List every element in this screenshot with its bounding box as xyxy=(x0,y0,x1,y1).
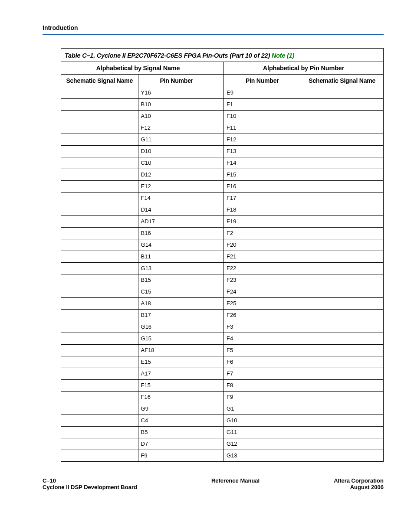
cell-pin-left: Y16 xyxy=(138,87,216,98)
cell-schematic-left xyxy=(61,298,138,309)
cell-pin-right: F9 xyxy=(224,392,301,403)
cell-pin-right: F8 xyxy=(224,380,301,391)
cell-schematic-right xyxy=(301,380,383,391)
cell-pin-left: D12 xyxy=(138,169,216,180)
table-row: Y16E9 xyxy=(61,87,383,99)
cell-schematic-right xyxy=(301,111,383,122)
cell-schematic-right xyxy=(301,169,383,180)
table-group-header-row: Alphabetical by Signal Name Alphabetical… xyxy=(61,62,383,75)
cell-gap xyxy=(215,310,224,321)
cell-pin-right: F4 xyxy=(224,333,301,344)
cell-pin-right: F23 xyxy=(224,274,301,286)
cell-gap xyxy=(215,146,224,157)
cell-pin-left: B15 xyxy=(138,274,216,286)
footer-right-top: Altera Corporation xyxy=(334,477,384,484)
cell-pin-right: F19 xyxy=(224,216,301,227)
cell-schematic-left xyxy=(61,251,138,262)
cell-pin-right: F7 xyxy=(224,368,301,379)
cell-pin-left: F15 xyxy=(138,380,216,391)
cell-schematic-right xyxy=(301,263,383,274)
cell-gap xyxy=(215,239,224,251)
table-row: C15F24 xyxy=(61,286,383,298)
table-row: B16F2 xyxy=(61,228,383,239)
table-row: B5G11 xyxy=(61,427,383,438)
cell-pin-right: F24 xyxy=(224,286,301,297)
footer-center: Reference Manual xyxy=(211,477,260,490)
cell-gap xyxy=(215,286,224,297)
cell-pin-left: C4 xyxy=(138,415,216,426)
cell-pin-left: D14 xyxy=(138,204,216,215)
cell-gap xyxy=(215,403,224,415)
cell-pin-left: A18 xyxy=(138,298,216,309)
cell-schematic-left xyxy=(61,87,138,98)
cell-pin-right: F2 xyxy=(224,228,301,239)
cell-schematic-right xyxy=(301,239,383,251)
table-row: AF18F5 xyxy=(61,345,383,356)
cell-schematic-right xyxy=(301,321,383,333)
table-row: G13F22 xyxy=(61,263,383,274)
cell-gap xyxy=(215,263,224,274)
table-row: B17F26 xyxy=(61,310,383,321)
cell-schematic-right xyxy=(301,193,383,204)
cell-schematic-right xyxy=(301,99,383,110)
cell-schematic-right xyxy=(301,274,383,286)
table-row: E15F6 xyxy=(61,356,383,368)
cell-pin-left: A10 xyxy=(138,111,216,122)
table-row: F16F9 xyxy=(61,392,383,403)
header-rule xyxy=(43,34,384,35)
table-caption-note-link[interactable]: Note (1) xyxy=(272,52,294,59)
table-row: G15F4 xyxy=(61,333,383,345)
cell-pin-right: F17 xyxy=(224,193,301,204)
cell-schematic-left xyxy=(61,111,138,122)
cell-pin-right: F13 xyxy=(224,146,301,157)
table-body: Y16E9B10F1A10F10F12F11G11F12D10F13C10F14… xyxy=(61,87,383,461)
cell-pin-left: D7 xyxy=(138,438,216,450)
cell-schematic-left xyxy=(61,204,138,215)
cell-schematic-right xyxy=(301,286,383,297)
cell-schematic-left xyxy=(61,427,138,438)
cell-pin-left: AD17 xyxy=(138,216,216,227)
table-row: AD17F19 xyxy=(61,216,383,228)
cell-schematic-right xyxy=(301,181,383,192)
footer-right: Altera Corporation August 2006 xyxy=(334,477,384,490)
table-row: B10F1 xyxy=(61,99,383,111)
page-header-section: Introduction xyxy=(43,24,384,31)
table-row: F14F17 xyxy=(61,193,383,204)
footer-left-sub: Cyclone II DSP Development Board xyxy=(43,484,137,490)
cell-schematic-right xyxy=(301,392,383,403)
cell-schematic-left xyxy=(61,392,138,403)
page-footer: C–10 Cyclone II DSP Development Board Re… xyxy=(43,477,384,490)
cell-pin-left: F9 xyxy=(138,450,216,461)
cell-pin-right: F6 xyxy=(224,356,301,368)
cell-pin-left: B5 xyxy=(138,427,216,438)
cell-pin-left: F16 xyxy=(138,392,216,403)
table-row: E12F16 xyxy=(61,181,383,193)
table-row: D12F15 xyxy=(61,169,383,181)
cell-schematic-right xyxy=(301,356,383,368)
cell-schematic-left xyxy=(61,146,138,157)
cell-gap xyxy=(215,204,224,215)
cell-schematic-right xyxy=(301,228,383,239)
cell-schematic-right xyxy=(301,216,383,227)
cell-schematic-left xyxy=(61,193,138,204)
cell-pin-right: G11 xyxy=(224,427,301,438)
table-row: G9G1 xyxy=(61,403,383,415)
cell-schematic-left xyxy=(61,263,138,274)
cell-pin-left: G11 xyxy=(138,134,216,145)
table-row: F15F8 xyxy=(61,380,383,392)
cell-schematic-right xyxy=(301,87,383,98)
cell-gap xyxy=(215,134,224,145)
table-row: B11F21 xyxy=(61,251,383,263)
cell-schematic-right xyxy=(301,298,383,309)
cell-schematic-left xyxy=(61,181,138,192)
cell-pin-right: F26 xyxy=(224,310,301,321)
cell-schematic-right xyxy=(301,450,383,461)
cell-pin-left: E15 xyxy=(138,356,216,368)
cell-gap xyxy=(215,298,224,309)
cell-pin-right: F14 xyxy=(224,157,301,169)
cell-schematic-left xyxy=(61,122,138,134)
table-row: D14F18 xyxy=(61,204,383,216)
cell-gap xyxy=(215,157,224,169)
cell-pin-left: C10 xyxy=(138,157,216,169)
cell-schematic-right xyxy=(301,333,383,344)
